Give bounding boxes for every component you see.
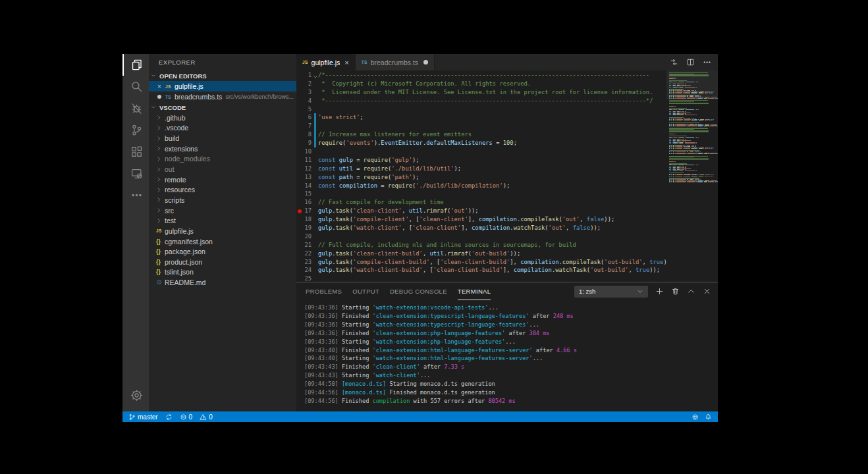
gutter[interactable]: 6	[296, 113, 318, 122]
explorer-item-package.json[interactable]: {}package.json	[149, 246, 296, 257]
trash-icon[interactable]	[671, 287, 680, 296]
gutter[interactable]: 4	[296, 97, 318, 105]
explorer-item-extensions[interactable]: extensions	[149, 144, 296, 154]
explorer-item-resources[interactable]: resources	[149, 184, 296, 195]
line-number: 16	[302, 198, 312, 207]
editor-tab-gulpfile.js[interactable]: JSgulpfile.js×	[296, 54, 356, 70]
gutter[interactable]: 19	[296, 224, 318, 232]
file-type-icon: TS	[362, 60, 367, 65]
status-item-notifications[interactable]	[705, 413, 712, 421]
plus-icon[interactable]	[655, 287, 664, 296]
explorer-item-.vscode[interactable]: .vscode	[149, 123, 296, 134]
gutter[interactable]: 25	[296, 275, 318, 282]
panel-tab-problems[interactable]: PROBLEMS	[306, 282, 342, 300]
split-editor-icon[interactable]	[686, 58, 695, 66]
activity-bar-item-search[interactable]	[122, 76, 149, 97]
code-line-22: 22gulp.task('clean-client-build', util.r…	[296, 250, 666, 258]
activity-bar-item-debug[interactable]	[122, 97, 149, 119]
gutter[interactable]: 16	[296, 198, 318, 207]
terminal-line: [09:43:40] Finished 'clean-extension:htm…	[304, 346, 718, 355]
code-text: gulp.task('watch-client-build', ['clean-…	[318, 266, 660, 275]
open-editors-header[interactable]: OPEN EDITORS	[149, 70, 296, 81]
gutter[interactable]: 22	[296, 250, 318, 258]
open-changes-icon[interactable]	[670, 58, 678, 66]
code-editor[interactable]: 1/*-------------------------------------…	[296, 70, 666, 282]
gutter[interactable]: 15	[296, 190, 318, 198]
panel-tab-debug-console[interactable]: DEBUG CONSOLE	[390, 282, 447, 300]
explorer-item-build[interactable]: build	[149, 133, 296, 144]
chevron-down-icon	[151, 72, 157, 79]
folder-section-header[interactable]: VSCODE	[149, 102, 296, 113]
explorer-item-test[interactable]: test	[149, 215, 296, 226]
debug-icon	[130, 102, 143, 115]
gutter[interactable]: 8	[296, 130, 318, 139]
gutter[interactable]: 11	[296, 156, 318, 165]
status-item-sync[interactable]	[165, 413, 173, 421]
activity-bar-item-settings[interactable]	[122, 384, 149, 406]
gutter[interactable]: 1	[296, 71, 318, 80]
line-number: 15	[302, 190, 312, 198]
line-number: 3	[302, 88, 312, 97]
explorer-item-remote[interactable]: remote	[149, 174, 296, 185]
gutter[interactable]: 13	[296, 173, 318, 182]
explorer-item-out[interactable]: out	[149, 164, 296, 174]
open-editor-item-breadcrumbs.ts[interactable]: TSbreadcrumbs.tssrc/vs/workbench/brows..…	[149, 92, 296, 102]
gutter[interactable]: 3	[296, 88, 318, 97]
git-modified-indicator	[314, 139, 316, 147]
explorer-item-product.json[interactable]: {}product.json	[149, 257, 296, 267]
status-item-warnings[interactable]: 0	[200, 413, 213, 421]
minimap[interactable]	[666, 70, 718, 282]
panel-tab-terminal[interactable]: TERMINAL	[458, 282, 491, 300]
gutter[interactable]: 24	[296, 266, 318, 275]
gutter[interactable]: 14	[296, 182, 318, 190]
status-item-git-branch[interactable]: master	[128, 413, 158, 421]
desktop-background: EXPLORER OPEN EDITORS ×JSgulpfile.jsTSbr…	[0, 0, 868, 474]
status-item-feedback[interactable]	[692, 413, 699, 421]
code-text: // Fast compile for development time	[318, 198, 444, 207]
code-text: // Full compile, including nls and inlin…	[318, 241, 576, 250]
open-editor-item-gulpfile.js[interactable]: ×JSgulpfile.js	[149, 81, 296, 92]
status-item-errors[interactable]: 0	[180, 413, 193, 421]
gutter[interactable]: 21	[296, 241, 318, 250]
chevron-up-icon[interactable]	[687, 287, 695, 296]
gutter[interactable]: 5	[296, 105, 318, 114]
code-text: gulp.task('compile-client', ['clean-clie…	[318, 215, 614, 224]
gutter[interactable]: 10	[296, 147, 318, 156]
activity-bar-item-source-control[interactable]	[122, 119, 149, 141]
panel-tab-output[interactable]: OUTPUT	[352, 282, 379, 300]
gutter[interactable]: 12	[296, 165, 318, 173]
gutter[interactable]: 7	[296, 122, 318, 130]
editor-tab-breadcrumbs.ts[interactable]: TSbreadcrumbs.ts	[356, 54, 435, 70]
breakpoint-icon[interactable]	[298, 209, 302, 213]
more-actions-icon[interactable]	[703, 58, 711, 66]
explorer-item-.github[interactable]: .github	[149, 113, 296, 123]
explorer-item-scripts[interactable]: scripts	[149, 195, 296, 205]
panel-tabs: PROBLEMSOUTPUTDEBUG CONSOLETERMINAL	[306, 282, 491, 300]
activity-bar-item-remote-explorer[interactable]	[122, 163, 149, 184]
minimap-line	[669, 176, 718, 176]
activity-bar-item-extensions[interactable]	[122, 141, 149, 163]
minimap-line	[669, 92, 718, 93]
activity-bar-item-more[interactable]	[122, 184, 149, 206]
explorer-item-src[interactable]: src	[149, 205, 296, 216]
gutter[interactable]: 23	[296, 258, 318, 267]
minimap-line	[669, 126, 718, 126]
explorer-item-gulpfile.js[interactable]: JSgulpfile.js	[149, 226, 296, 236]
explorer-item-cgmanifest.json[interactable]: {}cgmanifest.json	[149, 236, 296, 247]
gutter[interactable]: 9	[296, 139, 318, 147]
explorer-item-README.md[interactable]: README.md	[149, 277, 296, 288]
explorer-item-tslint.json[interactable]: {}tslint.json	[149, 267, 296, 278]
close-icon[interactable]	[703, 287, 711, 296]
explorer-item-node_modules[interactable]: node_modules	[149, 154, 296, 165]
gutter[interactable]: 18	[296, 215, 318, 224]
gutter[interactable]: 17	[296, 207, 318, 215]
chevron-right-icon	[156, 176, 165, 182]
explorer-item-label: cgmanifest.json	[165, 238, 213, 246]
gutter[interactable]: 2	[296, 80, 318, 88]
terminal-output[interactable]: [09:43:36] Starting 'watch-extension:vsc…	[296, 300, 718, 411]
gutter[interactable]: 20	[296, 232, 318, 241]
close-icon[interactable]: ×	[157, 83, 165, 90]
activity-bar-item-explorer[interactable]	[122, 54, 149, 76]
terminal-select[interactable]: 1: zsh	[574, 286, 648, 298]
close-icon[interactable]: ×	[344, 59, 348, 66]
